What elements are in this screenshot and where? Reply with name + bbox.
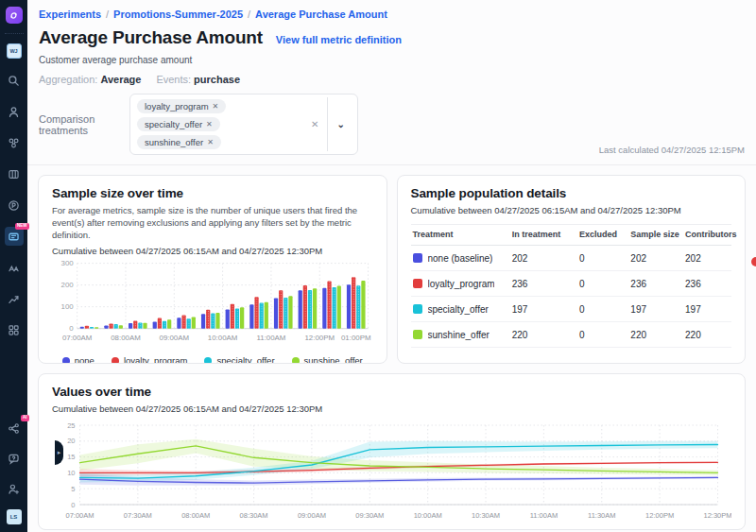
col-treatment: Treatment xyxy=(411,225,510,246)
svg-text:09:30AM: 09:30AM xyxy=(355,511,384,520)
svg-text:12:00PM: 12:00PM xyxy=(645,511,674,520)
values-title: Values over time xyxy=(52,385,731,399)
workspace-badge[interactable]: WJ xyxy=(7,43,22,59)
main-panel: ▸ Experiments/Promotions-Summer-2025/Ave… xyxy=(27,0,756,532)
legend-dot xyxy=(204,357,212,364)
aggregation-label: Aggregation: xyxy=(39,74,97,85)
aggregation-row: Aggregation:AverageEvents:purchase xyxy=(39,74,745,85)
treatment-swatch xyxy=(413,279,422,288)
chip-sunshine-offer[interactable]: sunshine_offer✕ xyxy=(137,135,221,149)
content-area: Sample size over time For average metric… xyxy=(27,165,756,532)
chip-specialty-offer[interactable]: specialty_offer✕ xyxy=(137,117,220,131)
sample-size-card: Sample size over time For average metric… xyxy=(38,175,387,364)
clear-all-icon[interactable]: ✕ xyxy=(311,119,318,129)
statsig-logo-icon[interactable] xyxy=(6,7,23,24)
breadcrumb: Experiments/Promotions-Summer-2025/Avera… xyxy=(39,9,745,20)
sidebar: WJ NEW xyxy=(0,0,27,532)
breadcrumb-current: Average Purchase Amount xyxy=(255,9,387,20)
col-sample-size: Sample size xyxy=(628,225,683,246)
svg-text:10:00AM: 10:00AM xyxy=(208,335,238,343)
svg-text:200: 200 xyxy=(61,282,75,290)
svg-text:08:00AM: 08:00AM xyxy=(181,511,210,520)
svg-text:09:00AM: 09:00AM xyxy=(298,511,326,520)
svg-text:07:30AM: 07:30AM xyxy=(124,511,152,520)
treatment-swatch xyxy=(413,253,422,263)
svg-text:20: 20 xyxy=(67,437,75,445)
breadcrumb-link-experiment[interactable]: Promotions-Summer-2025 xyxy=(113,9,243,20)
sample-size-title: Sample size over time xyxy=(52,186,373,200)
legend-dot xyxy=(112,357,119,364)
legend-dot xyxy=(292,357,300,364)
population-table: Treatment In treatment Excluded Sample s… xyxy=(411,224,732,348)
values-over-time-card: Values over time Cumulative between 04/2… xyxy=(38,373,746,530)
help-chat-icon[interactable] xyxy=(5,449,24,468)
events-value: purchase xyxy=(194,74,240,85)
treatment-swatch xyxy=(413,304,422,314)
table-row: specialty_offer 197 0 197 197 xyxy=(411,297,732,322)
legend-item: specialty_offer xyxy=(204,355,274,364)
treatments-multiselect[interactable]: loyalty_program✕ specialty_offer✕ sunshi… xyxy=(129,94,358,155)
svg-text:08:00AM: 08:00AM xyxy=(111,335,141,343)
svg-text:10: 10 xyxy=(67,469,75,477)
col-contributors: Contributors xyxy=(683,225,731,246)
comparison-treatments-label: Comparison treatments xyxy=(39,113,129,136)
chip-remove-icon[interactable]: ✕ xyxy=(206,120,213,129)
svg-text:300: 300 xyxy=(61,259,75,267)
values-line-chart[interactable]: 051015202507:00AM07:30AM08:00AM08:30AM09… xyxy=(52,420,731,525)
sidebar-divider xyxy=(5,33,24,34)
chip-remove-icon[interactable]: ✕ xyxy=(213,102,219,111)
table-row: loyalty_program 236 0 236 236 xyxy=(411,271,732,297)
legend-item: loyalty_program xyxy=(112,355,188,364)
app-window: WJ NEW xyxy=(0,0,756,532)
svg-text:15: 15 xyxy=(67,453,75,461)
view-metric-definition-link[interactable]: View full metric definition xyxy=(276,34,402,45)
events-label: Events: xyxy=(156,74,191,85)
breadcrumb-link-experiments[interactable]: Experiments xyxy=(39,9,101,20)
svg-text:10:00AM: 10:00AM xyxy=(414,511,442,520)
svg-text:01:00PM: 01:00PM xyxy=(341,335,371,343)
page-header: Experiments/Promotions-Summer-2025/Avera… xyxy=(27,0,756,165)
sample-size-cumulative: Cumulative between 04/27/2025 06:15AM an… xyxy=(52,246,373,256)
combo-divider xyxy=(327,97,328,151)
sample-size-bar-chart[interactable]: 010020030007:00AM08:00AM09:00AM10:00AM11… xyxy=(52,256,373,354)
layers-icon[interactable] xyxy=(5,164,24,183)
population-title: Sample population details xyxy=(411,186,732,200)
svg-text:09:00AM: 09:00AM xyxy=(160,335,190,343)
svg-text:11:00AM: 11:00AM xyxy=(256,335,285,343)
legend-dot xyxy=(62,357,70,364)
users-icon[interactable] xyxy=(5,102,24,121)
svg-text:25: 25 xyxy=(67,421,75,430)
metrics-icon-selected[interactable]: NEW xyxy=(5,227,24,246)
experiments-icon[interactable] xyxy=(5,258,24,277)
search-icon[interactable] xyxy=(5,71,24,90)
col-excluded: Excluded xyxy=(577,225,628,246)
svg-text:08:30AM: 08:30AM xyxy=(240,511,268,520)
chip-remove-icon[interactable]: ✕ xyxy=(207,138,214,146)
svg-text:0: 0 xyxy=(71,501,75,509)
ai-assistant-icon[interactable]: AI xyxy=(5,419,24,438)
notification-dot[interactable] xyxy=(751,257,756,266)
svg-text:5: 5 xyxy=(71,485,75,493)
svg-text:10:30AM: 10:30AM xyxy=(472,511,500,520)
values-cumulative: Cumulative between 04/27/2025 06:15AM an… xyxy=(52,403,731,414)
aggregation-value: Average xyxy=(100,74,141,85)
dashboards-icon[interactable] xyxy=(5,320,24,339)
sample-size-description: For average metrics, sample size is the … xyxy=(52,205,373,241)
user-avatar[interactable]: LS xyxy=(7,509,22,524)
svg-text:11:30AM: 11:30AM xyxy=(588,511,615,520)
page-title: Average Purchase Amount xyxy=(39,27,263,48)
invite-user-icon[interactable] xyxy=(5,479,24,498)
last-calculated-text: Last calculated 04/27/2025 12:15PM xyxy=(599,145,745,155)
population-details-card: Sample population details Cumulative bet… xyxy=(397,175,747,364)
pulse-icon[interactable] xyxy=(5,196,24,215)
chevron-down-icon[interactable]: ⌄ xyxy=(336,119,344,129)
svg-text:12:00PM: 12:00PM xyxy=(304,335,335,343)
metric-subtitle: Customer average purchase amount xyxy=(39,55,745,65)
feature-gates-icon[interactable] xyxy=(5,133,24,152)
insights-icon[interactable] xyxy=(5,289,24,308)
chip-loyalty-program[interactable]: loyalty_program✕ xyxy=(137,99,226,113)
population-cumulative: Cumulative between 04/27/2025 06:15AM an… xyxy=(411,205,732,215)
legend-item: none xyxy=(62,355,94,364)
svg-text:07:00AM: 07:00AM xyxy=(62,335,93,343)
svg-text:07:00AM: 07:00AM xyxy=(65,511,94,520)
